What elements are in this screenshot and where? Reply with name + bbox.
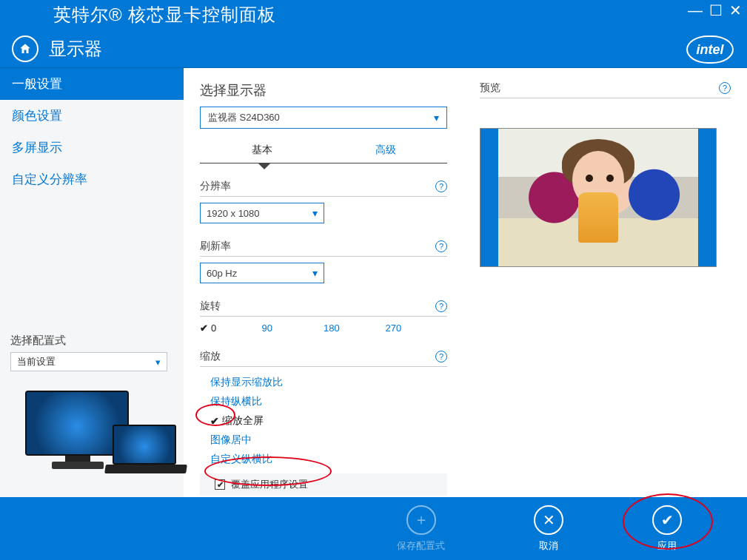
rotation-option-180[interactable]: 180 <box>324 323 386 334</box>
preview-image <box>480 128 717 267</box>
close-icon: ✕ <box>534 505 563 535</box>
select-display-label: 选择显示器 <box>200 81 450 99</box>
refresh-select[interactable]: 60p Hz ▾ <box>200 263 324 283</box>
sidebar-item-multidisplay[interactable]: 多屏显示 <box>0 132 184 163</box>
section-title: 显示器 <box>49 37 102 61</box>
help-icon[interactable]: ? <box>435 300 447 312</box>
scaling-option-center[interactable]: 图像居中 <box>200 431 450 450</box>
display-select[interactable]: 监视器 S24D360 ▾ <box>200 107 447 129</box>
home-icon <box>19 42 32 55</box>
active-tab-indicator <box>258 163 271 169</box>
rotation-option-270[interactable]: 270 <box>386 323 448 334</box>
display-select-value: 监视器 S24D360 <box>208 111 280 124</box>
check-icon: ✔ <box>210 415 219 427</box>
rotation-label: 旋转 <box>200 300 221 313</box>
save-profile-button: ＋ 保存配置式 <box>397 505 445 553</box>
scaling-label: 缩放 <box>200 350 221 363</box>
preview-label: 预览 <box>480 81 500 95</box>
override-checkbox[interactable]: ✔ <box>215 479 225 490</box>
scaling-options: 保持显示缩放比 保持纵横比 ✔缩放全屏 图像居中 自定义纵横比 <box>200 373 450 469</box>
settings-tabs: 基本 高级 <box>200 139 447 163</box>
close-button[interactable]: ✕ <box>729 3 743 18</box>
profile-label: 选择配置式 <box>10 334 173 348</box>
cancel-button[interactable]: ✕ 取消 <box>534 505 563 553</box>
chevron-down-icon: ▾ <box>155 357 161 368</box>
sidebar-item-color[interactable]: 颜色设置 <box>0 100 184 132</box>
chevron-down-icon: ▾ <box>434 112 439 124</box>
rotation-option-90[interactable]: 90 <box>262 323 324 334</box>
scaling-field: 缩放 ? 保持显示缩放比 保持纵横比 ✔缩放全屏 图像居中 自定义纵横比 ✔ 覆… <box>200 350 450 496</box>
workspace: 一般设置 颜色设置 多屏显示 自定义分辨率 选择配置式 当前设置 ▾ 选择显示器… <box>0 68 747 497</box>
sidebar: 一般设置 颜色设置 多屏显示 自定义分辨率 选择配置式 当前设置 ▾ <box>0 68 184 497</box>
check-icon: ✔ <box>652 505 682 535</box>
section-header: 显示器 intel <box>0 30 747 68</box>
window-title: 英特尔® 核芯显卡控制面板 <box>53 3 276 27</box>
preview-column: 预览 ? <box>480 81 731 497</box>
resolution-select[interactable]: 1920 x 1080 ▾ <box>200 203 324 223</box>
sidebar-item-general[interactable]: 一般设置 <box>0 68 184 100</box>
rotation-option-0[interactable]: ✔0 <box>200 323 262 334</box>
profile-select-value: 当前设置 <box>17 355 56 368</box>
rotation-field: 旋转 ? ✔0 90 180 270 <box>200 300 450 334</box>
chevron-down-icon: ▾ <box>312 267 318 279</box>
footer-bar: ＋ 保存配置式 ✕ 取消 ✔ 应用 <box>0 497 747 560</box>
scaling-option-custom[interactable]: 自定义纵横比 <box>200 450 450 469</box>
intel-logo: intel <box>686 36 734 64</box>
override-label: 覆盖应用程序设置 <box>231 478 308 491</box>
profile-select[interactable]: 当前设置 ▾ <box>10 352 167 371</box>
override-app-settings[interactable]: ✔ 覆盖应用程序设置 <box>200 473 447 496</box>
profile-block: 选择配置式 当前设置 ▾ <box>0 334 184 497</box>
chevron-down-icon: ▾ <box>312 207 318 219</box>
scaling-option-keep-display[interactable]: 保持显示缩放比 <box>200 373 450 392</box>
resolution-value: 1920 x 1080 <box>207 208 260 219</box>
refresh-label: 刷新率 <box>200 240 231 253</box>
title-bar: 英特尔® 核芯显卡控制面板 — ☐ ✕ <box>0 0 747 30</box>
apply-button[interactable]: ✔ 应用 <box>652 505 682 553</box>
sidebar-item-customres[interactable]: 自定义分辨率 <box>0 163 184 195</box>
tab-advanced[interactable]: 高级 <box>324 139 447 163</box>
help-icon[interactable]: ? <box>435 351 447 362</box>
scaling-option-keep-aspect[interactable]: 保持纵横比 <box>200 392 450 411</box>
check-icon: ✔ <box>200 323 208 334</box>
minimize-button[interactable]: — <box>688 3 703 18</box>
help-icon[interactable]: ? <box>435 181 447 192</box>
plus-icon: ＋ <box>406 505 436 535</box>
help-icon[interactable]: ? <box>719 82 731 94</box>
refresh-field: 刷新率 ? 60p Hz ▾ <box>200 240 450 283</box>
scaling-option-fullscreen[interactable]: ✔缩放全屏 <box>200 411 450 431</box>
tab-basic[interactable]: 基本 <box>200 139 324 163</box>
resolution-field: 分辨率 ? 1920 x 1080 ▾ <box>200 180 450 223</box>
maximize-button[interactable]: ☐ <box>709 3 723 18</box>
refresh-value: 60p Hz <box>207 268 237 279</box>
home-button[interactable] <box>12 36 38 62</box>
display-illustration <box>25 385 173 488</box>
resolution-label: 分辨率 <box>200 180 231 193</box>
main-panel: 选择显示器 监视器 S24D360 ▾ 基本 高级 分辨率 ? 1920 x 1… <box>184 68 747 497</box>
window-controls: — ☐ ✕ <box>688 3 743 18</box>
settings-column: 选择显示器 监视器 S24D360 ▾ 基本 高级 分辨率 ? 1920 x 1… <box>200 81 450 497</box>
help-icon[interactable]: ? <box>435 240 447 252</box>
